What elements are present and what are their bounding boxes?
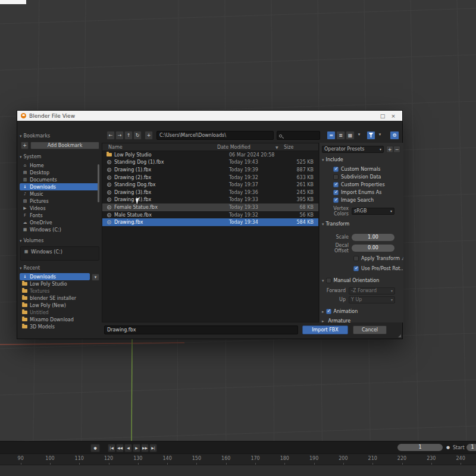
back-button[interactable]: ← (107, 131, 115, 140)
file-row[interactable]: Drawing (1).fbx Today 19:39 887 KB (102, 166, 318, 174)
sidebar-item[interactable]: ⌂ Home (20, 162, 99, 169)
pre-post-rot-row[interactable]: Use Pre/Post Rot... (320, 265, 403, 273)
jump-to-start-button[interactable]: |◀ (108, 444, 115, 452)
preset-add-button[interactable]: + (386, 146, 393, 153)
sidebar-item[interactable]: ▤ Desktop (20, 169, 99, 176)
recent-item[interactable]: Mixamo Download (20, 316, 90, 323)
forward-button[interactable]: → (115, 131, 124, 140)
new-folder-button[interactable]: + (145, 131, 153, 140)
display-horizontal-list-button[interactable]: ≣ (336, 131, 345, 140)
volume-item[interactable]: ▦ Windows (C:) (21, 248, 99, 255)
parent-dir-button[interactable]: ↑ (124, 131, 133, 140)
display-vertical-list-button[interactable]: ≡ (327, 131, 336, 140)
filter-dropdown[interactable]: ▾ (377, 132, 383, 139)
sidebar-item[interactable]: ▨ Pictures (20, 198, 99, 205)
include-option-row[interactable]: Custom Properties (333, 181, 385, 189)
file-row[interactable]: Drawing.fbx Today 19:34 584 KB (102, 218, 318, 226)
dialog-titlebar[interactable]: Blender File View □ × (17, 111, 402, 121)
import-fbx-button[interactable]: Import FBX (302, 325, 348, 334)
file-row[interactable]: Low Poly Studio 06 Mar 2024 20:58 (102, 151, 318, 159)
sidebar-item[interactable]: ▶ Videos (20, 205, 99, 212)
timeline-ruler[interactable]: 9010011012013014015016017018019020021022… (0, 453, 476, 465)
recent-options-button[interactable]: ▾ (92, 274, 99, 281)
bookmark-add-icon-button[interactable]: + (21, 142, 29, 149)
manual-orientation-header[interactable]: Manual Orientation (334, 278, 380, 283)
file-row[interactable]: Standing Dog.fbx Today 19:37 261 KB (102, 181, 318, 189)
cancel-button[interactable]: Cancel (353, 325, 387, 334)
filter-button[interactable] (367, 131, 375, 140)
checkbox[interactable] (333, 167, 339, 172)
vertex-colors-label: Vertex Colors (320, 206, 352, 217)
include-option-row[interactable]: Import Enums As (333, 189, 385, 196)
column-date-modified[interactable]: Date Modified (217, 145, 275, 150)
play-button[interactable]: ▶ (133, 444, 140, 452)
auto-key-record-button[interactable]: ● (90, 444, 100, 452)
options-gear-button[interactable]: ⚙ (390, 131, 399, 140)
add-bookmark-button[interactable]: Add Bookmark (30, 142, 99, 149)
prev-keyframe-button[interactable]: ◀◀ (116, 444, 124, 452)
transform-section-header[interactable]: Transform (326, 221, 350, 227)
sidebar-item[interactable]: ♪ Music (20, 190, 99, 198)
recent-item[interactable]: Untitled (20, 309, 90, 316)
file-row[interactable]: Female Statue.fbx Today 19:33 68 KB (102, 203, 318, 211)
display-mode-dropdown[interactable]: ▾ (356, 132, 362, 139)
vertex-colors-dropdown[interactable]: sRGB ▾ (352, 208, 394, 215)
sidebar-item[interactable]: F Fonts (20, 212, 99, 219)
armature-section-header[interactable]: Armature (328, 318, 351, 322)
sidebar-item[interactable]: ▦ Windows (C:) (20, 226, 99, 233)
checkbox[interactable] (333, 174, 339, 180)
checkbox[interactable] (333, 190, 339, 195)
file-row[interactable]: Standing Dog (1).fbx Today 19:43 525 KB (102, 159, 318, 167)
operator-presets-dropdown[interactable]: Operator Presets ▾ (322, 146, 384, 153)
recent-header[interactable]: ▾ Recent (20, 264, 99, 272)
manual-orientation-checkbox[interactable] (326, 278, 331, 283)
file-row[interactable]: Drawing (3).fbx Today 19:36 245 KB (102, 189, 318, 196)
recent-item[interactable]: 3D Models (20, 323, 90, 330)
sidebar-scrollbar[interactable] (98, 164, 99, 202)
system-header[interactable]: ▾ System (20, 153, 99, 161)
include-option-row[interactable]: Custom Normals (333, 165, 385, 173)
display-thumbnail-button[interactable]: ▦ (346, 131, 355, 140)
recent-item[interactable]: Low Poly (New) (20, 302, 90, 309)
checkbox[interactable] (353, 256, 359, 261)
keying-icon[interactable]: ● (446, 444, 450, 452)
recent-item[interactable]: Low Poly Studio (20, 280, 90, 287)
recent-item[interactable]: blender SE installer (20, 295, 90, 302)
close-button[interactable]: × (388, 113, 399, 119)
play-reverse-button[interactable]: ◀ (124, 444, 132, 452)
scale-field[interactable]: 1.00 (352, 234, 394, 241)
jump-to-end-button[interactable]: ▶| (149, 444, 157, 452)
file-row[interactable]: Male Statue.fbx Today 19:32 56 KB (102, 211, 318, 219)
column-name[interactable]: Name (102, 145, 217, 150)
file-row[interactable]: Drawing (2).fbx Today 19:32 633 KB (102, 174, 318, 181)
recent-item[interactable]: Textures (20, 287, 90, 295)
bookmarks-header[interactable]: ▾ Bookmarks (20, 132, 99, 140)
decal-offset-field[interactable]: 0.00 (352, 245, 394, 252)
volumes-header[interactable]: ▾ Volumes (20, 237, 99, 245)
recent-item[interactable]: ↓ Downloads (20, 273, 90, 280)
include-option-row[interactable]: Image Search (333, 196, 385, 204)
next-keyframe-button[interactable]: ▶▶ (141, 444, 149, 452)
checkbox[interactable] (333, 182, 339, 187)
refresh-button[interactable]: ↻ (133, 131, 142, 140)
preset-remove-button[interactable]: − (393, 146, 400, 153)
current-frame-field[interactable]: 1 (397, 444, 443, 451)
include-section-header[interactable]: Include (326, 157, 343, 162)
animation-section-header[interactable]: Animation (334, 309, 358, 314)
include-option-row[interactable]: Subdivision Data (333, 173, 385, 181)
resize-handle[interactable] (398, 334, 401, 337)
filename-input[interactable] (104, 325, 298, 334)
sidebar-item[interactable]: ☁ OneDrive (20, 219, 99, 226)
apply-transform-row[interactable]: Apply Transform ⚠ (320, 255, 403, 262)
checkbox[interactable] (333, 198, 339, 203)
frame-start-field[interactable]: 1 (466, 444, 476, 451)
sort-indicator-icon[interactable]: ▼ (275, 145, 284, 149)
sidebar-item[interactable]: ▥ Documents (20, 176, 99, 183)
sidebar-item[interactable]: ↓ Downloads (20, 183, 99, 190)
column-size[interactable]: Size (284, 145, 318, 150)
file-row[interactable]: Drawing (4).fbx Today 19:33 395 KB (102, 196, 318, 204)
animation-checkbox[interactable] (326, 309, 331, 314)
checkbox[interactable] (353, 266, 359, 271)
maximize-button[interactable]: □ (377, 113, 388, 119)
path-input[interactable] (156, 131, 274, 140)
